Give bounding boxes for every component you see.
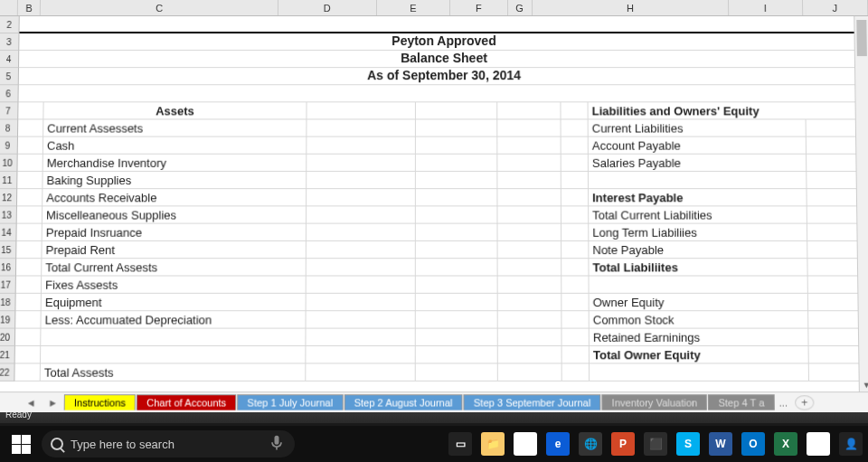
task-icons: ▭📁🛍e🌐P⬛SWOX◉👤 xyxy=(448,432,863,456)
liab-row[interactable]: Note Payable xyxy=(589,241,807,258)
start-button[interactable] xyxy=(5,430,36,457)
col-B[interactable]: B xyxy=(18,0,42,15)
asset-row[interactable] xyxy=(41,346,306,363)
edge-icon[interactable]: e xyxy=(546,432,570,456)
col-F[interactable]: F xyxy=(450,0,507,15)
liab-row[interactable]: Retained Earninings xyxy=(590,329,809,345)
tab-more[interactable]: ... xyxy=(776,397,792,408)
liab-row[interactable]: Owner Equity xyxy=(590,294,808,310)
tab-nav-next-icon[interactable]: ► xyxy=(42,397,63,408)
skype-icon[interactable]: S xyxy=(676,432,700,456)
asset-row[interactable]: Prepaid Insruance xyxy=(42,224,307,240)
liab-row[interactable]: Total Current Liabilities xyxy=(589,206,807,222)
browser-icon[interactable]: 🌐 xyxy=(579,432,602,456)
asset-row[interactable]: Miscelleaneous Supplies xyxy=(42,206,307,222)
asset-row[interactable]: Equipment xyxy=(42,294,307,310)
search-icon xyxy=(51,438,63,450)
tab-inventory[interactable]: Inventory Valuation xyxy=(601,394,707,410)
liab-row[interactable]: Salaries Payable xyxy=(589,155,807,171)
liab-row[interactable]: Current Liabilities xyxy=(589,119,807,136)
liab-row[interactable]: Total Owner Equity xyxy=(590,346,809,363)
liab-row[interactable] xyxy=(590,277,808,293)
chrome-icon[interactable]: ◉ xyxy=(807,432,830,456)
tab-step3[interactable]: Step 3 September Journal xyxy=(464,394,601,410)
asset-row[interactable] xyxy=(41,329,306,345)
asset-row[interactable]: Merchandise Inventory xyxy=(43,155,307,171)
add-sheet-button[interactable]: + xyxy=(795,395,814,410)
asset-row[interactable]: Less: Accumuated Depreciation xyxy=(41,311,306,327)
taskview-icon[interactable]: ▭ xyxy=(448,432,472,456)
col-G[interactable]: G xyxy=(508,0,533,15)
people-icon[interactable]: 👤 xyxy=(839,432,863,456)
asset-row[interactable]: Total Assests xyxy=(41,363,307,380)
tab-step4[interactable]: Step 4 T a xyxy=(708,394,774,410)
search-placeholder: Type here to search xyxy=(71,438,175,451)
asset-row[interactable]: Fixes Assests xyxy=(42,277,307,293)
app-icon[interactable]: ⬛ xyxy=(644,432,667,456)
liab-row[interactable] xyxy=(589,172,807,188)
grid-body[interactable]: Peyton Approved Balance Sheet As of Sept… xyxy=(14,16,868,382)
liab-row[interactable]: Interest Payable xyxy=(589,189,807,205)
assets-header: Assets xyxy=(43,102,307,118)
col-D[interactable]: D xyxy=(278,0,377,15)
col-C[interactable]: C xyxy=(41,0,278,15)
column-headers[interactable]: B C D E F G H I J xyxy=(0,0,868,16)
asset-row[interactable]: Cash xyxy=(43,137,307,154)
report-title: Balance Sheet xyxy=(19,51,868,65)
liab-row[interactable]: Account Payable xyxy=(589,137,807,154)
report-date: As of September 30, 2014 xyxy=(19,68,868,82)
scroll-down-icon[interactable]: ▼ xyxy=(860,379,868,391)
powerpoint-icon[interactable]: P xyxy=(611,432,635,456)
col-H[interactable]: H xyxy=(533,0,729,15)
liab-row[interactable] xyxy=(590,363,809,380)
excel-icon[interactable]: X xyxy=(774,432,797,456)
company-title: Peyton Approved xyxy=(19,33,868,48)
tab-step2[interactable]: Step 2 August Journal xyxy=(344,394,462,410)
mic-icon[interactable] xyxy=(268,434,286,454)
liab-row[interactable]: Long Term Liabiliies xyxy=(589,224,807,240)
asset-row[interactable]: Prepaid Rent xyxy=(42,241,306,258)
windows-taskbar: Type here to search ▭📁🛍e🌐P⬛SWOX◉👤 xyxy=(0,426,868,462)
windows-icon xyxy=(12,435,31,454)
spreadsheet-area: B C D E F G H I J 2 3 4 5 6 7 8 9 10 11 … xyxy=(0,0,868,412)
tab-chart-of-accounts[interactable]: Chart of Accounts xyxy=(137,394,236,410)
col-I[interactable]: I xyxy=(729,0,803,15)
search-box[interactable]: Type here to search xyxy=(42,430,295,457)
tab-nav-prev-icon[interactable]: ◄ xyxy=(20,397,42,408)
asset-row[interactable]: Current Assessets xyxy=(43,119,307,136)
liab-row[interactable]: Common Stock xyxy=(590,311,809,327)
scroll-thumb[interactable] xyxy=(856,20,867,56)
tab-step1[interactable]: Step 1 July Journal xyxy=(237,394,343,410)
asset-row[interactable]: Accounts Receivable xyxy=(42,189,307,205)
tab-instructions[interactable]: Instructions xyxy=(64,394,136,410)
asset-row[interactable]: Total Current Assests xyxy=(42,259,307,275)
store-icon[interactable]: 🛍 xyxy=(514,432,537,456)
word-icon[interactable]: W xyxy=(709,432,732,456)
col-E[interactable]: E xyxy=(377,0,451,15)
sheet-tabs: ◄ ► Instructions Chart of Accounts Step … xyxy=(0,391,868,412)
outlook-icon[interactable]: O xyxy=(741,432,765,456)
explorer-icon[interactable]: 📁 xyxy=(481,432,505,456)
col-J[interactable]: J xyxy=(803,0,868,15)
liabilities-header: Liabilities and Owners' Equity xyxy=(589,102,861,119)
asset-row[interactable]: Baking Supplies xyxy=(42,172,307,188)
liab-row[interactable]: Total Liabiliites xyxy=(589,259,807,275)
